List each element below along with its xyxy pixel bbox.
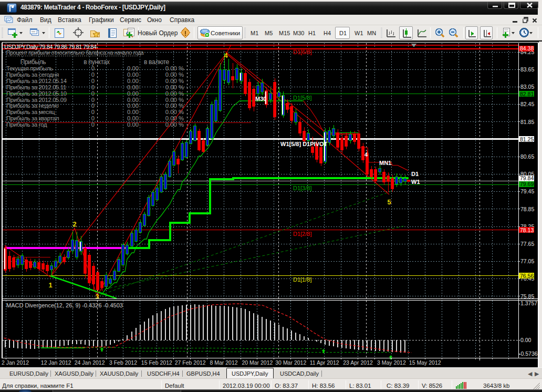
svg-text:MN1: MN1 <box>379 160 391 166</box>
svg-text:81.25: 81.25 <box>520 136 534 142</box>
svg-text:3 May 2012: 3 May 2012 <box>377 359 406 366</box>
svg-text:0: 0 <box>91 115 95 121</box>
svg-text:0: 0 <box>91 90 95 97</box>
svg-text:Прибыль за неделю: Прибыль за неделю <box>6 102 58 109</box>
svg-text:0: 0 <box>91 71 95 78</box>
svg-text:W1: W1 <box>411 179 420 185</box>
svg-text:Прибыль за квартал: Прибыль за квартал <box>6 115 59 121</box>
svg-text:1: 1 <box>48 281 52 289</box>
svg-text:4: 4 <box>224 51 228 59</box>
svg-text:3: 3 <box>95 293 99 301</box>
svg-text:80.65: 80.65 <box>520 153 534 160</box>
svg-text:0: 0 <box>91 121 95 128</box>
svg-text:12 Jan 2012: 12 Jan 2012 <box>41 359 71 366</box>
svg-text:0.00 %: 0.00 % <box>165 71 184 78</box>
svg-text:Прибыль за месяц: Прибыль за месяц <box>6 109 55 115</box>
svg-text:D1: D1 <box>411 171 419 177</box>
svg-text:Текущая прибыль: Текущая прибыль <box>6 65 53 71</box>
svg-text:0: 0 <box>91 102 95 109</box>
svg-text:D1[6/8]: D1[6/8] <box>293 49 311 55</box>
svg-text:5: 5 <box>387 198 391 206</box>
svg-text:20 Mar 2012: 20 Mar 2012 <box>242 359 273 366</box>
svg-text:0.00 %: 0.00 % <box>165 97 184 103</box>
svg-text:76.56: 76.56 <box>520 273 534 279</box>
svg-text:77.05: 77.05 <box>520 258 534 264</box>
svg-text:Процент прибыли относительно б: Процент прибыли относительно баланса на … <box>6 49 144 56</box>
svg-text:0.00: 0.00 <box>127 71 139 78</box>
svg-text:Прибыль за 2012.05.14: Прибыль за 2012.05.14 <box>6 78 67 84</box>
svg-text:MACD Divergence(12, 26, 9) -0.: MACD Divergence(12, 26, 9) -0.4326 -0.45… <box>6 302 123 308</box>
svg-text:0.00: 0.00 <box>127 115 139 121</box>
svg-text:2 Jan 2012: 2 Jan 2012 <box>2 359 29 366</box>
svg-text:82.45: 82.45 <box>520 101 534 107</box>
svg-text:Прибыль за год: Прибыль за год <box>6 121 47 128</box>
svg-text:23 Apr 2012: 23 Apr 2012 <box>343 359 373 366</box>
svg-text:Прибыль за сегодня: Прибыль за сегодня <box>6 71 59 78</box>
svg-text:0.00: 0.00 <box>127 97 139 103</box>
svg-text:0.00: 0.00 <box>127 102 139 109</box>
svg-text:в пунктах: в пунктах <box>84 58 110 66</box>
svg-text:30 Mar 2012: 30 Mar 2012 <box>275 359 306 366</box>
svg-text:0: 0 <box>91 84 95 90</box>
svg-text:11 Apr 2012: 11 Apr 2012 <box>310 359 339 366</box>
svg-text:83.05: 83.05 <box>520 84 534 90</box>
svg-text:0: 0 <box>91 65 95 71</box>
svg-text:0.00 %: 0.00 % <box>165 65 184 71</box>
svg-text:83.65: 83.65 <box>520 66 534 73</box>
svg-text:0.00 %: 0.00 % <box>165 84 184 90</box>
svg-text:Прибыль за 2012.05.10: Прибыль за 2012.05.10 <box>6 90 67 97</box>
svg-text:0.00 %: 0.00 % <box>165 78 184 84</box>
svg-text:0.00 %: 0.00 % <box>165 102 184 109</box>
svg-text:0.00 %: 0.00 % <box>165 115 184 121</box>
svg-text:3 Feb 2012: 3 Feb 2012 <box>109 359 137 366</box>
svg-text:1.3757: 1.3757 <box>520 300 537 306</box>
svg-text:0.00 %: 0.00 % <box>165 90 184 97</box>
svg-text:0.00: 0.00 <box>127 109 139 115</box>
svg-text:0.00: 0.00 <box>127 78 139 84</box>
svg-text:Прибыль за 2012.05.11: Прибыль за 2012.05.11 <box>6 84 66 90</box>
svg-text:0.00 %: 0.00 % <box>165 121 184 128</box>
svg-text:W1[5/8] D1PIVOT: W1[5/8] D1PIVOT <box>280 141 328 147</box>
svg-text:0.00: 0.00 <box>127 84 139 90</box>
svg-text:в валюте: в валюте <box>144 58 170 66</box>
svg-text:0.00 %: 0.00 % <box>165 109 184 115</box>
svg-text:D1[3/8]: D1[3/8] <box>293 185 311 191</box>
svg-text:2: 2 <box>72 220 76 228</box>
svg-text:D1[1/8]: D1[1/8] <box>293 276 311 283</box>
svg-text:-0.5736: -0.5736 <box>519 350 538 357</box>
svg-text:78.13: 78.13 <box>520 227 534 233</box>
svg-text:24 Jan 2012: 24 Jan 2012 <box>75 359 105 366</box>
svg-text:27 Feb 2012: 27 Feb 2012 <box>175 359 206 366</box>
svg-text:81.85: 81.85 <box>520 119 534 125</box>
svg-text:75.85: 75.85 <box>520 293 534 300</box>
svg-text:0: 0 <box>91 109 95 115</box>
svg-text:M30: M30 <box>255 96 266 102</box>
svg-text:0.00: 0.00 <box>127 121 139 128</box>
svg-text:0: 0 <box>91 78 95 84</box>
svg-text:0.00: 0.00 <box>127 90 139 97</box>
svg-text:8 Mar 2012: 8 Mar 2012 <box>210 359 237 366</box>
svg-text:79.45: 79.45 <box>520 188 534 194</box>
svg-text:84.38: 84.38 <box>520 45 534 51</box>
svg-text:Прибыль: Прибыль <box>20 58 46 66</box>
svg-text:4: 4 <box>364 151 368 158</box>
svg-text:Прибыль за 2012.05.09: Прибыль за 2012.05.09 <box>6 97 67 103</box>
svg-text:82.81: 82.81 <box>520 91 534 97</box>
svg-text:15 May 2012: 15 May 2012 <box>409 359 441 366</box>
svg-text:0.00: 0.00 <box>127 65 139 71</box>
svg-text:78.85: 78.85 <box>520 206 534 212</box>
svg-text:0: 0 <box>91 97 95 103</box>
svg-text:0.00: 0.00 <box>520 337 531 343</box>
svg-text:15 Feb 2012: 15 Feb 2012 <box>141 359 172 366</box>
svg-text:D1[5/8]: D1[5/8] <box>293 95 311 101</box>
svg-text:79.69: 79.69 <box>520 181 534 187</box>
svg-text:D1[2/8]: D1[2/8] <box>293 231 311 237</box>
svg-text:77.65: 77.65 <box>520 241 534 247</box>
